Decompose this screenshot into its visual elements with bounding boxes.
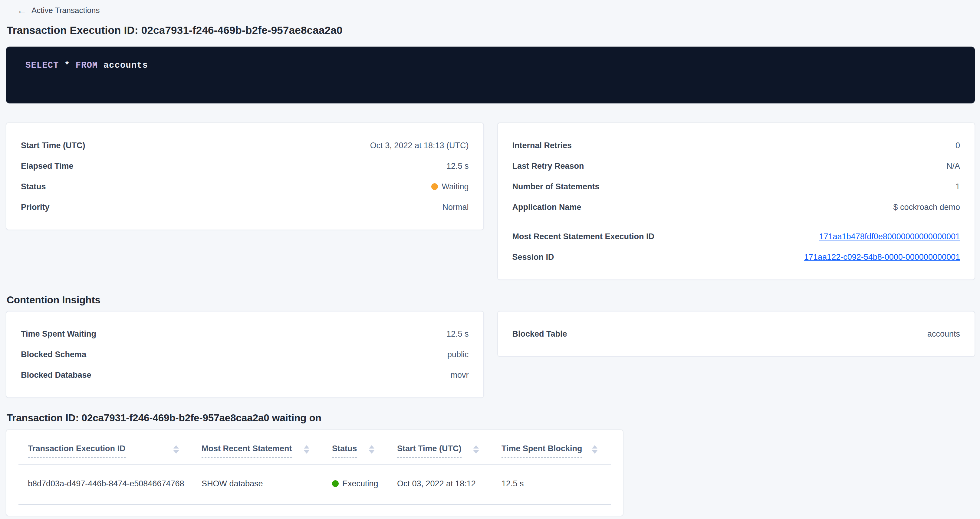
- row-label: Most Recent Statement Execution ID: [512, 232, 655, 241]
- summary-row-status: Status Waiting: [21, 176, 469, 197]
- row-value: 0: [956, 141, 960, 150]
- column-header-label: Start Time (UTC): [397, 443, 461, 458]
- waiting-on-heading: Transaction ID: 02ca7931-f246-469b-b2fe-…: [7, 412, 975, 424]
- transaction-details-page: ← Active Transactions Transaction Execut…: [0, 0, 980, 516]
- table-header-row: Transaction Execution ID Most Recent Sta…: [19, 430, 611, 465]
- row-value: 12.5 s: [446, 162, 469, 171]
- cell-status: Executing: [323, 479, 388, 489]
- summary-row-session-id: Session ID 171aa122-c092-54b8-0000-00000…: [512, 247, 960, 267]
- status-executing-dot-icon: [332, 480, 339, 487]
- cell-most-recent-statement: SHOW database: [192, 479, 323, 489]
- status-label: Waiting: [442, 182, 469, 191]
- page-title: Transaction Execution ID: 02ca7931-f246-…: [7, 24, 975, 36]
- row-label: Status: [21, 182, 46, 192]
- row-label: Blocked Schema: [21, 350, 86, 359]
- row-label: Number of Statements: [512, 182, 600, 192]
- row-label: Session ID: [512, 252, 554, 262]
- summary-row-priority: Priority Normal: [21, 197, 469, 217]
- summary-card-left: Start Time (UTC) Oct 3, 2022 at 18:13 (U…: [6, 123, 484, 230]
- row-label: Time Spent Waiting: [21, 329, 96, 339]
- contention-card-left: Time Spent Waiting 12.5 s Blocked Schema…: [6, 311, 484, 398]
- row-label: Blocked Table: [512, 329, 567, 339]
- row-label: Blocked Database: [21, 370, 91, 380]
- back-link[interactable]: ← Active Transactions: [17, 5, 100, 15]
- column-header-label: Time Spent Blocking: [501, 443, 582, 458]
- row-value: 12.5 s: [446, 329, 469, 339]
- sql-statement-box: SELECT * FROM accounts: [6, 46, 975, 103]
- summary-row-internal-retries: Internal Retries 0: [512, 135, 960, 156]
- table-row: b8d7d03a-d497-446b-8474-e50846674768 SHO…: [19, 465, 611, 505]
- summary-row-statement-execution-id: Most Recent Statement Execution ID 171aa…: [512, 226, 960, 247]
- back-arrow-icon: ←: [17, 5, 27, 15]
- column-header-start-time[interactable]: Start Time (UTC): [388, 443, 492, 458]
- row-value: $ cockroach demo: [893, 203, 960, 212]
- summary-row-number-of-statements: Number of Statements 1: [512, 176, 960, 197]
- contention-insights-heading: Contention Insights: [7, 294, 975, 306]
- sql-star: *: [64, 60, 70, 70]
- row-label: Start Time (UTC): [21, 141, 85, 150]
- contention-row-blocked-schema: Blocked Schema public: [21, 344, 469, 365]
- row-value: N/A: [947, 162, 960, 171]
- contention-card-right: Blocked Table accounts: [498, 311, 975, 357]
- statement-execution-id-link[interactable]: 171aa1b478fdf0e80000000000000001: [819, 232, 960, 241]
- column-header-label: Transaction Execution ID: [28, 443, 126, 458]
- column-header-time-spent-blocking[interactable]: Time Spent Blocking: [492, 443, 611, 458]
- column-header-transaction-execution-id[interactable]: Transaction Execution ID: [19, 443, 192, 458]
- sort-arrows-icon: [473, 445, 479, 454]
- row-value: accounts: [928, 329, 960, 339]
- row-value: movr: [451, 370, 469, 380]
- status-label: Executing: [342, 479, 378, 488]
- sql-keyword-select: SELECT: [25, 60, 59, 70]
- cell-transaction-execution-id: b8d7d03a-d497-446b-8474-e50846674768: [19, 479, 192, 489]
- contention-cards-row: Time Spent Waiting 12.5 s Blocked Schema…: [6, 311, 975, 398]
- contention-row-blocked-database: Blocked Database movr: [21, 365, 469, 385]
- summary-row-last-retry-reason: Last Retry Reason N/A: [512, 156, 960, 176]
- sort-arrows-icon: [592, 445, 597, 454]
- cell-time-spent-blocking: 12.5 s: [492, 479, 611, 489]
- contention-row-blocked-table: Blocked Table accounts: [512, 324, 960, 344]
- column-header-label: Status: [332, 443, 357, 458]
- sort-arrows-icon: [369, 445, 374, 454]
- summary-cards-row: Start Time (UTC) Oct 3, 2022 at 18:13 (U…: [6, 123, 975, 280]
- column-header-most-recent-statement[interactable]: Most Recent Statement: [192, 443, 323, 458]
- row-label: Last Retry Reason: [512, 162, 584, 171]
- sql-statement: SELECT * FROM accounts: [25, 60, 148, 70]
- cell-start-time: Oct 03, 2022 at 18:12: [388, 479, 492, 489]
- row-value: Oct 3, 2022 at 18:13 (UTC): [370, 141, 469, 150]
- contention-row-time-spent-waiting: Time Spent Waiting 12.5 s: [21, 324, 469, 344]
- column-header-label: Most Recent Statement: [202, 443, 292, 458]
- row-value: 1: [956, 182, 960, 192]
- status-waiting-dot-icon: [431, 183, 438, 190]
- back-link-label: Active Transactions: [32, 6, 100, 15]
- session-id-link[interactable]: 171aa122-c092-54b8-0000-000000000001: [804, 252, 960, 262]
- waiting-on-table: Transaction Execution ID Most Recent Sta…: [6, 430, 623, 516]
- card-divider: [512, 222, 960, 222]
- summary-card-right: Internal Retries 0 Last Retry Reason N/A…: [498, 123, 975, 280]
- sort-arrows-icon: [173, 445, 179, 454]
- sql-keyword-from: FROM: [76, 60, 98, 70]
- summary-row-elapsed-time: Elapsed Time 12.5 s: [21, 156, 469, 176]
- summary-row-application-name: Application Name $ cockroach demo: [512, 197, 960, 217]
- row-label: Internal Retries: [512, 141, 572, 150]
- row-value: Normal: [442, 203, 469, 212]
- summary-row-start-time: Start Time (UTC) Oct 3, 2022 at 18:13 (U…: [21, 135, 469, 156]
- status-badge: Waiting: [431, 182, 469, 192]
- row-label: Elapsed Time: [21, 162, 73, 171]
- row-value: public: [447, 350, 469, 359]
- sql-table-name: accounts: [103, 60, 148, 70]
- sort-arrows-icon: [304, 445, 309, 454]
- row-label: Application Name: [512, 203, 581, 212]
- column-header-status[interactable]: Status: [323, 443, 388, 458]
- row-label: Priority: [21, 203, 49, 212]
